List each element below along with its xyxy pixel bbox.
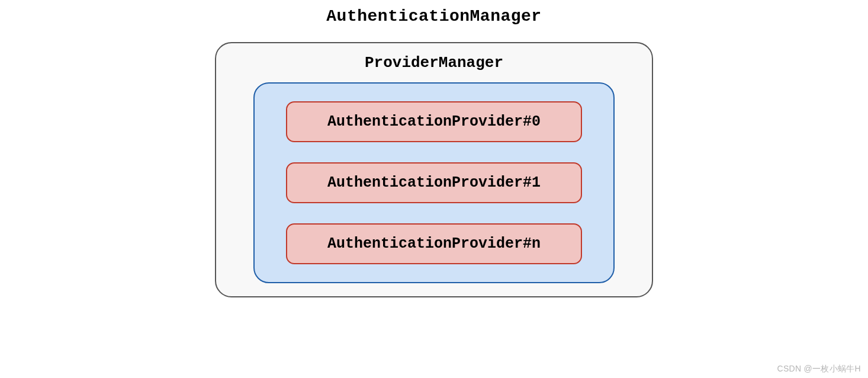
providers-container: AuthenticationProvider#0 AuthenticationP… [253,82,615,283]
watermark-text: CSDN @一枚小蜗牛H [777,364,861,374]
authentication-provider-item: AuthenticationProvider#n [286,223,582,264]
provider-manager-box: ProviderManager AuthenticationProvider#0… [215,42,653,297]
authentication-provider-item: AuthenticationProvider#1 [286,162,582,203]
provider-manager-label: ProviderManager [365,54,503,72]
authentication-provider-item: AuthenticationProvider#0 [286,101,582,142]
diagram-title: AuthenticationManager [326,7,541,25]
diagram-container: AuthenticationManager ProviderManager Au… [0,0,868,297]
